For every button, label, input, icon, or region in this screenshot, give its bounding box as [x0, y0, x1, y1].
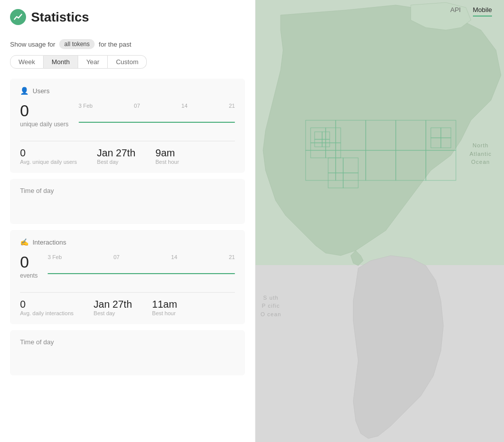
- users-card-header: 👤 Users: [20, 87, 235, 95]
- users-best-hour-block: 9am Best hour: [155, 147, 179, 165]
- right-panel: API Mobile: [256, 0, 504, 442]
- left-panel: Statistics Show usage for all tokens for…: [0, 0, 256, 442]
- period-label: for the past: [99, 41, 131, 48]
- interactions-time-of-day: Time of day: [10, 330, 245, 375]
- header: Statistics: [10, 9, 245, 25]
- users-card: 👤 Users 0 unique daily users 3 Feb 07 14…: [10, 79, 245, 173]
- interactions-avg-label: Avg. daily interactions: [20, 310, 74, 316]
- map-tabs: API Mobile: [438, 0, 504, 23]
- users-chart-label-0: 3 Feb: [79, 103, 93, 109]
- interactions-time-of-day-label: Time of day: [20, 338, 54, 346]
- users-main-value: 0: [20, 103, 69, 119]
- interactions-chart-label-1: 07: [113, 254, 119, 260]
- interactions-icon: ✍: [20, 238, 29, 246]
- show-usage-label: Show usage for: [10, 41, 55, 48]
- interactions-best-hour-value: 11am: [152, 299, 177, 310]
- interactions-chart-label-3: 21: [229, 254, 235, 260]
- interactions-best-day-value: Jan 27th: [94, 299, 132, 310]
- sa-ocean-label: S uthP cificO cean: [261, 294, 281, 319]
- tab-week[interactable]: Week: [10, 55, 44, 69]
- users-best-day-label: Best day: [97, 159, 136, 165]
- page-title: Statistics: [31, 10, 89, 25]
- interactions-chart-label-2: 14: [171, 254, 177, 260]
- interactions-chart: [48, 262, 235, 277]
- users-best-day-value: Jan 27th: [97, 147, 136, 159]
- interactions-card-header: ✍ Interactions: [20, 238, 235, 246]
- users-avg-value: 0: [20, 147, 77, 159]
- interactions-chart-labels: 3 Feb 07 14 21: [48, 254, 235, 260]
- interactions-divider-1: [20, 292, 235, 293]
- users-chart-label-2: 14: [181, 103, 187, 109]
- users-section-label: Users: [33, 87, 50, 95]
- tab-mobile[interactable]: Mobile: [473, 6, 492, 17]
- filter-row: Show usage for all tokens for the past: [10, 39, 245, 49]
- token-filter-badge[interactable]: all tokens: [59, 39, 95, 49]
- users-chart: [79, 111, 235, 126]
- map-svg: [256, 0, 504, 442]
- tab-custom[interactable]: Custom: [108, 55, 147, 69]
- users-chart-labels: 3 Feb 07 14 21: [79, 103, 235, 109]
- interactions-stats-row: 0 Avg. daily interactions Jan 27th Best …: [20, 299, 235, 316]
- logo-icon: [10, 9, 26, 25]
- interactions-section-label: Interactions: [33, 239, 66, 246]
- interactions-avg-block: 0 Avg. daily interactions: [20, 299, 74, 316]
- tab-month[interactable]: Month: [44, 55, 78, 69]
- users-divider-1: [20, 141, 235, 141]
- tab-api[interactable]: API: [450, 6, 461, 17]
- tab-year[interactable]: Year: [78, 55, 108, 69]
- users-best-hour-value: 9am: [155, 147, 179, 159]
- users-stats-row: 0 Avg. unique daily users Jan 27th Best …: [20, 147, 235, 165]
- users-time-of-day-label: Time of day: [20, 187, 54, 194]
- interactions-best-day-label: Best day: [94, 310, 132, 316]
- users-chart-line: [79, 122, 235, 123]
- central-america: [351, 251, 363, 266]
- interactions-chart-label-0: 3 Feb: [48, 254, 62, 260]
- interactions-avg-value: 0: [20, 299, 74, 310]
- user-icon: 👤: [20, 87, 29, 95]
- interactions-card: ✍ Interactions 0 events 3 Feb 07 14 21: [10, 230, 245, 324]
- map-container: NorthAtlanticOcean S uthP cificO cean: [256, 0, 504, 442]
- interactions-chart-line: [48, 273, 235, 274]
- users-avg-block: 0 Avg. unique daily users: [20, 147, 77, 165]
- period-tabs: Week Month Year Custom: [10, 55, 245, 69]
- users-chart-label-3: 21: [229, 103, 235, 109]
- users-best-hour-label: Best hour: [155, 159, 179, 165]
- north-america: [263, 5, 501, 256]
- users-chart-label-1: 07: [134, 103, 140, 109]
- users-time-of-day: Time of day: [10, 179, 245, 224]
- users-best-day-block: Jan 27th Best day: [97, 147, 136, 165]
- interactions-best-hour-label: Best hour: [152, 310, 177, 316]
- users-avg-label: Avg. unique daily users: [20, 159, 77, 165]
- south-america: [353, 256, 443, 438]
- interactions-best-hour-block: 11am Best hour: [152, 299, 177, 316]
- interactions-main-value: 0: [20, 254, 38, 270]
- na-ocean-label: NorthAtlanticOcean: [469, 141, 491, 166]
- interactions-main-label: events: [20, 272, 38, 279]
- users-main-label: unique daily users: [20, 121, 69, 128]
- interactions-best-day-block: Jan 27th Best day: [94, 299, 132, 316]
